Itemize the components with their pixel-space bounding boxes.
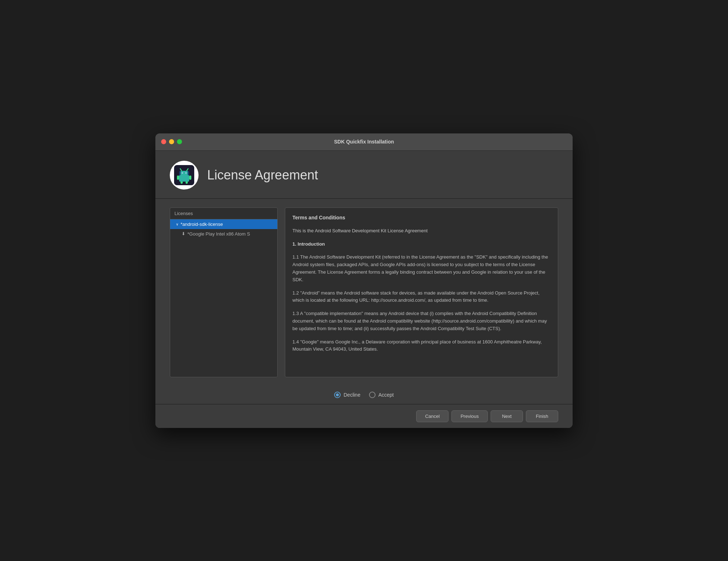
footer: Cancel Previous Next Finish	[155, 404, 573, 428]
close-button[interactable]	[161, 139, 166, 144]
window-title: SDK Quickfix Installation	[334, 139, 394, 145]
header: License Agreement	[155, 151, 573, 199]
accept-option[interactable]: Accept	[369, 392, 394, 398]
cancel-button[interactable]: Cancel	[416, 410, 449, 422]
licenses-panel: Licenses ∨ *android-sdk-license ⬇ *Googl…	[170, 207, 278, 377]
page-title: License Agreement	[207, 168, 318, 183]
finish-button[interactable]: Finish	[526, 410, 558, 422]
app-icon	[170, 161, 199, 190]
svg-rect-7	[177, 175, 179, 180]
terms-panel[interactable]: Terms and Conditions This is the Android…	[285, 207, 558, 377]
license-item-android-sdk[interactable]: ∨ *android-sdk-license	[170, 219, 277, 229]
licenses-header: Licenses	[170, 208, 277, 219]
terms-section-1-2: 1.2 "Android" means the Android software…	[292, 289, 551, 305]
license-item-google-play[interactable]: ⬇ *Google Play Intel x86 Atom S	[170, 229, 277, 239]
terms-section-1-3: 1.3 A "compatible implementation" means …	[292, 310, 551, 332]
svg-rect-11	[179, 171, 189, 182]
next-button[interactable]: Next	[491, 410, 523, 422]
radio-row: Decline Accept	[155, 386, 573, 404]
previous-button[interactable]: Previous	[451, 410, 488, 422]
terms-paragraph-1-1: 1.1 The Android Software Development Kit…	[292, 254, 551, 283]
terms-section-1-1: 1.1 The Android Software Development Kit…	[292, 254, 551, 283]
chevron-down-icon: ∨	[176, 222, 178, 226]
accept-label: Accept	[378, 392, 394, 398]
decline-radio[interactable]	[334, 392, 341, 398]
terms-paragraph-1-4: 1.4 "Google" means Google Inc., a Delawa…	[292, 338, 551, 354]
content-area: Licenses ∨ *android-sdk-license ⬇ *Googl…	[155, 199, 573, 386]
maximize-button[interactable]	[177, 139, 182, 144]
terms-section-1-4: 1.4 "Google" means Google Inc., a Delawa…	[292, 338, 551, 354]
traffic-lights	[161, 139, 182, 144]
minimize-button[interactable]	[169, 139, 174, 144]
terms-title: Terms and Conditions	[292, 214, 551, 222]
accept-radio[interactable]	[369, 392, 376, 398]
main-window: SDK Quickfix Installation	[155, 133, 573, 428]
terms-section-1-heading: 1. Introduction	[292, 241, 551, 248]
terms-paragraph-1-2: 1.2 "Android" means the Android software…	[292, 289, 551, 305]
license-sub-item-label: *Google Play Intel x86 Atom S	[187, 231, 250, 237]
title-bar: SDK Quickfix Installation	[155, 133, 573, 151]
terms-paragraph-1-3: 1.3 A "compatible implementation" means …	[292, 310, 551, 332]
download-icon: ⬇	[182, 231, 185, 236]
svg-rect-8	[189, 175, 191, 180]
decline-option[interactable]: Decline	[334, 392, 360, 398]
terms-section-intro: 1. Introduction	[292, 241, 551, 248]
license-item-label: *android-sdk-license	[181, 222, 223, 227]
android-studio-icon-svg	[174, 165, 194, 185]
terms-subtitle: This is the Android Software Development…	[292, 227, 551, 235]
decline-label: Decline	[343, 392, 360, 398]
